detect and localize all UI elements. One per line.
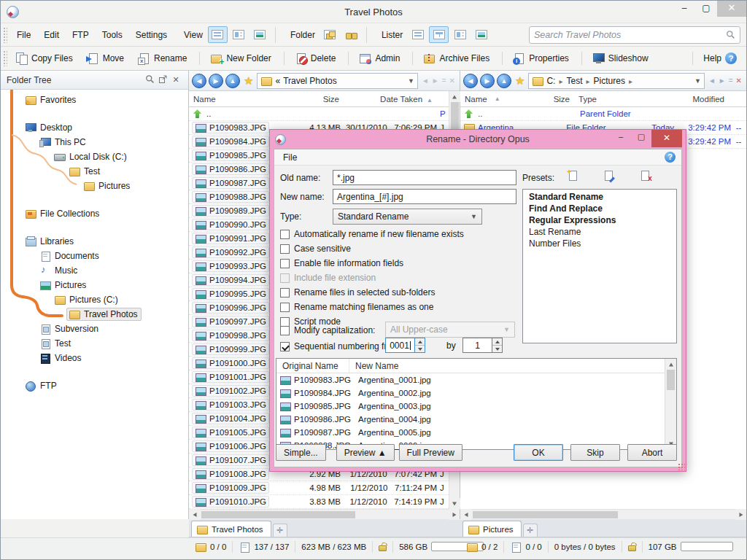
spin-up-arrow[interactable] (492, 338, 502, 346)
checkbox[interactable] (280, 259, 290, 268)
breadcrumb-segment[interactable]: C: (546, 76, 566, 86)
tree-item[interactable]: Libraries (1, 234, 188, 249)
tree-item[interactable]: Favorites (1, 93, 188, 107)
preset-item[interactable]: Find And Replace (523, 203, 676, 214)
back-button[interactable]: ◀ (192, 74, 206, 88)
column-header-modified[interactable]: Modified (678, 95, 729, 104)
preview-button[interactable]: Preview ▲ (336, 444, 395, 461)
checkbox-option[interactable]: Enable file information fields (280, 257, 464, 269)
lister-viewer-button[interactable] (471, 26, 491, 43)
preview-row[interactable]: P1090983.JPG Argentina_0001.jpg (276, 373, 665, 386)
scroll-right-arrow[interactable] (449, 509, 460, 520)
preset-item[interactable]: Regular Expressions (523, 214, 676, 226)
toolbar-button[interactable]: Rename (133, 50, 196, 67)
scroll-thumb[interactable] (201, 511, 355, 518)
tree-item[interactable]: Local Disk (C:) (1, 149, 188, 164)
toolbar-button[interactable]: Move (82, 50, 133, 67)
toolbar-button[interactable]: New Folder (205, 50, 279, 67)
column-header-name[interactable]: Name (460, 95, 546, 104)
tree-item[interactable]: Music (1, 263, 188, 278)
preview-row[interactable]: P1090986.JPG Argentina_0004.jpg (276, 413, 665, 426)
checkbox-checked[interactable] (280, 342, 290, 351)
tab-equal-icon[interactable]: = (442, 77, 446, 85)
scroll-right-arrow[interactable] (735, 509, 746, 520)
menu-item[interactable]: File (10, 27, 37, 43)
numbering-step-spinner[interactable]: 1 (462, 338, 503, 353)
column-header-new-name[interactable]: New Name (349, 361, 398, 371)
folder-row[interactable]: .. Parent Folder (460, 107, 746, 121)
favorites-star-icon[interactable]: ★ (515, 74, 525, 88)
tree-item[interactable]: Documents (1, 249, 188, 263)
file-row[interactable]: P1091009.JPG 4.98 MB 1/12/2010 7:11:24 P… (189, 481, 449, 495)
preset-item[interactable]: Number Files (523, 238, 676, 249)
toolbar-drag-grip[interactable] (3, 27, 7, 43)
old-name-input[interactable]: *.jpg (333, 170, 516, 185)
minimize-button[interactable]: – (673, 1, 695, 17)
favorites-star-icon[interactable]: ★ (244, 74, 253, 88)
sequential-numbering-option[interactable]: Sequential numbering from (280, 341, 399, 352)
maximize-button[interactable]: ▢ (695, 1, 717, 17)
path-dropdown-arrow[interactable]: ▼ (694, 77, 701, 85)
forward-button[interactable]: ▶ (480, 74, 495, 88)
tree-float-icon[interactable] (156, 75, 169, 85)
dialog-maximize-button[interactable]: ▢ (631, 130, 651, 144)
scroll-up-arrow[interactable] (665, 359, 676, 370)
view-details-button[interactable] (208, 26, 228, 43)
tree-item[interactable]: Videos (1, 351, 188, 365)
view-thumbnails-button[interactable] (250, 26, 270, 43)
preset-new-icon[interactable] (566, 169, 581, 182)
numbering-start-spinner[interactable]: 0001 (385, 338, 425, 353)
column-header-size[interactable]: Size (289, 95, 344, 104)
column-header-name[interactable]: Name (189, 95, 289, 104)
toolbar-button[interactable]: Admin (354, 50, 409, 67)
column-header-type[interactable]: Type (574, 95, 678, 104)
new-tab-button[interactable]: ✛ (523, 524, 538, 537)
dialog-help-icon[interactable] (665, 152, 676, 163)
toolbar-button[interactable]: Delete (290, 50, 345, 67)
toolbar-button[interactable]: Archive Files (418, 50, 498, 67)
simple-button[interactable]: Simple... (276, 444, 326, 461)
tree-item[interactable]: Subversion (1, 322, 188, 336)
tab-travel-photos[interactable]: Travel Photos (191, 521, 271, 537)
right-horizontal-scrollbar[interactable] (460, 509, 746, 519)
preset-item[interactable]: Last Rename (523, 226, 676, 238)
up-button[interactable]: ▲ (225, 74, 240, 88)
right-path-field[interactable]: C:TestPictures ▼ (528, 73, 705, 89)
preview-row[interactable]: P1090984.JPG Argentina_0002.jpg (276, 386, 665, 400)
parent-dir-row[interactable]: .. P (189, 107, 449, 121)
tab-close-icon[interactable]: ✕ (449, 77, 455, 85)
left-path-field[interactable]: « Travel Photos ▼ (257, 73, 418, 89)
checkbox[interactable] (280, 230, 290, 239)
tab-close-icon[interactable]: ✕ (736, 77, 742, 85)
forward-button[interactable]: ▶ (209, 74, 223, 88)
tab-nav-right-icon[interactable]: ► (432, 77, 439, 85)
abort-button[interactable]: Abort (627, 444, 677, 461)
preset-edit-icon[interactable] (602, 169, 616, 182)
back-button[interactable]: ◀ (463, 74, 478, 88)
dialog-file-menu[interactable]: File (280, 151, 300, 164)
menu-item[interactable]: FTP (66, 27, 96, 43)
ok-button[interactable]: OK (514, 444, 563, 461)
folder-lock-button[interactable] (341, 26, 361, 43)
toolbar-button[interactable]: Properties (508, 50, 578, 67)
skip-button[interactable]: Skip (570, 444, 620, 461)
checkbox[interactable] (280, 288, 290, 298)
checkbox[interactable] (280, 244, 290, 254)
modify-capitalization-option[interactable]: Modify capitalization: (280, 324, 375, 336)
dialog-resize-grip[interactable] (678, 463, 685, 470)
new-tab-button[interactable]: ✛ (273, 524, 287, 537)
toolbar-drag-grip[interactable] (3, 50, 7, 66)
spin-up-arrow[interactable] (415, 338, 425, 346)
tab-nav-right-icon[interactable]: ► (719, 77, 726, 85)
up-button[interactable]: ▲ (497, 74, 511, 88)
checkbox[interactable] (280, 303, 290, 312)
close-button[interactable]: ✕ (717, 1, 746, 17)
view-tiles-button[interactable] (229, 26, 249, 43)
tree-item[interactable]: This PC (1, 135, 188, 149)
preset-delete-icon[interactable] (638, 169, 653, 182)
menu-item[interactable]: Tools (96, 27, 129, 43)
checkbox-option[interactable]: Case sensitive (280, 243, 464, 254)
checkbox[interactable] (280, 326, 290, 335)
scroll-thumb[interactable] (473, 511, 618, 518)
checkbox-option[interactable]: Rename matching filenames as one (280, 301, 464, 313)
